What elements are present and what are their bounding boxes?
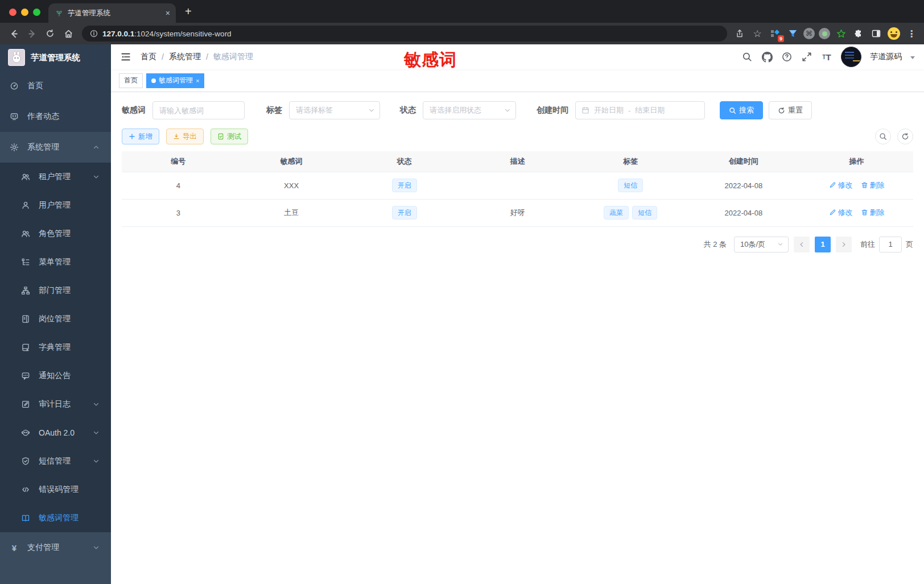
home-icon[interactable] bbox=[60, 26, 76, 42]
sidebar-item-5[interactable]: 角色管理 bbox=[0, 219, 111, 248]
user-menu-caret-icon[interactable] bbox=[910, 56, 915, 59]
username[interactable]: 芋道源码 bbox=[870, 52, 902, 62]
new-tab-button[interactable]: + bbox=[176, 5, 192, 23]
sidebar-item-2[interactable]: 系统管理 bbox=[0, 132, 111, 163]
delete-link[interactable]: 删除 bbox=[861, 180, 885, 190]
chevron-down-icon bbox=[368, 107, 375, 114]
bookmark-star-icon[interactable]: ☆ bbox=[750, 27, 764, 40]
status-select[interactable]: 请选择启用状态 bbox=[423, 101, 516, 119]
search-icon bbox=[729, 107, 736, 114]
browser-toolbar: 127.0.0.1:1024/system/sensitive-word ☆ 9… bbox=[0, 23, 924, 44]
breadcrumb-system[interactable]: 系统管理 bbox=[169, 52, 201, 62]
user-avatar[interactable] bbox=[841, 47, 861, 67]
breadcrumb: 首页 / 系统管理 / 敏感词管理 bbox=[141, 52, 253, 62]
extension-grid-icon[interactable]: 9 bbox=[768, 27, 782, 40]
side-panel-icon[interactable] bbox=[869, 27, 883, 40]
sidebar-item-6[interactable]: 菜单管理 bbox=[0, 248, 111, 276]
edit-link[interactable]: 修改 bbox=[829, 180, 853, 190]
refresh-icon bbox=[778, 107, 785, 114]
sidebar-item-14[interactable]: 错误码管理 bbox=[0, 475, 111, 504]
next-page-icon[interactable] bbox=[836, 237, 852, 252]
funnel-extension-icon[interactable] bbox=[786, 27, 799, 40]
prev-page-icon[interactable] bbox=[794, 237, 810, 252]
status-badge: 开启 bbox=[392, 206, 417, 219]
sidebar-item-3[interactable]: 租户管理 bbox=[0, 163, 111, 191]
hamburger-icon[interactable] bbox=[116, 47, 136, 67]
extensions-puzzle-icon[interactable] bbox=[852, 27, 865, 40]
sidebar-menu: 首页作者动态系统管理租户管理用户管理角色管理菜单管理部门管理岗位管理字典管理通知… bbox=[0, 71, 111, 584]
sensitive-word-table: 编号敏感词状态描述标签创建时间操作 4XXX开启短信2022-04-08修改删除… bbox=[122, 151, 913, 227]
green-star-extension-icon[interactable] bbox=[834, 27, 848, 40]
search-button[interactable]: 搜索 bbox=[720, 101, 763, 119]
page-number-1[interactable]: 1 bbox=[815, 237, 831, 252]
test-button[interactable]: 测试 bbox=[211, 129, 248, 144]
sidebar-item-16[interactable]: ¥支付管理 bbox=[0, 532, 111, 563]
share-icon[interactable] bbox=[733, 27, 746, 40]
window-zoom-button[interactable] bbox=[33, 9, 40, 16]
tag-view-sensitive-word[interactable]: 敏感词管理 × bbox=[146, 73, 204, 88]
refresh-table-icon[interactable] bbox=[897, 129, 913, 144]
sidebar-item-7[interactable]: 部门管理 bbox=[0, 276, 111, 305]
delete-link[interactable]: 删除 bbox=[861, 208, 885, 218]
table-body: 4XXX开启短信2022-04-08修改删除3土豆开启好呀蔬菜短信2022-04… bbox=[122, 172, 913, 226]
fullscreen-icon[interactable] bbox=[801, 51, 812, 63]
address-bar[interactable]: 127.0.0.1:1024/system/sensitive-word bbox=[82, 26, 727, 42]
help-icon[interactable] bbox=[781, 51, 793, 63]
github-icon[interactable] bbox=[761, 51, 773, 63]
keyword-input[interactable] bbox=[159, 106, 238, 115]
sidebar-item-11[interactable]: 审计日志 bbox=[0, 390, 111, 419]
recorder-extension-icon[interactable] bbox=[819, 28, 830, 39]
shield-icon bbox=[21, 457, 30, 466]
add-button[interactable]: 新增 bbox=[122, 129, 159, 144]
edit-link[interactable]: 修改 bbox=[829, 208, 853, 218]
app-logo: 芋道管理系统 bbox=[0, 44, 111, 71]
plus-icon bbox=[129, 133, 135, 140]
trash-icon bbox=[861, 209, 868, 216]
keyword-label: 敏感词 bbox=[122, 105, 146, 115]
forward-icon[interactable] bbox=[24, 26, 40, 42]
sidebar-item-12[interactable]: OAuth 2.0 bbox=[0, 419, 111, 447]
sidebar-item-13[interactable]: 短信管理 bbox=[0, 447, 111, 475]
page-size-select[interactable]: 10条/页 bbox=[734, 237, 789, 252]
chevron-down-icon bbox=[93, 544, 100, 551]
sidebar-item-label: 短信管理 bbox=[39, 456, 93, 466]
window-minimize-button[interactable] bbox=[21, 9, 28, 16]
tag-close-icon[interactable]: × bbox=[196, 77, 199, 84]
toggle-search-icon[interactable] bbox=[875, 129, 891, 144]
sidebar-item-4[interactable]: 用户管理 bbox=[0, 191, 111, 219]
sidebar-item-0[interactable]: 首页 bbox=[0, 71, 111, 101]
browser-tab[interactable]: 芋道管理系统 × bbox=[48, 3, 176, 23]
sidebar-item-9[interactable]: 字典管理 bbox=[0, 333, 111, 362]
site-info-icon[interactable] bbox=[90, 30, 98, 38]
font-size-icon[interactable]: TT bbox=[821, 51, 832, 63]
browser-tabstrip: 芋道管理系统 × + bbox=[0, 0, 924, 23]
cell-tags: 蔬菜短信 bbox=[574, 199, 687, 226]
sidebar-item-active-15[interactable]: 敏感词管理 bbox=[0, 504, 111, 532]
export-button[interactable]: 导出 bbox=[166, 129, 204, 144]
back-icon[interactable] bbox=[6, 26, 22, 42]
profile-avatar-icon[interactable] bbox=[887, 27, 901, 40]
window-close-button[interactable] bbox=[9, 9, 16, 16]
openbook-icon bbox=[21, 513, 30, 523]
goto-label: 前往 bbox=[860, 239, 875, 250]
browser-menu-icon[interactable]: ⋮ bbox=[905, 27, 918, 40]
active-dot-icon bbox=[151, 78, 156, 83]
sidebar-item-label: 作者动态 bbox=[27, 111, 102, 122]
sidebar-item-10[interactable]: 通知公告 bbox=[0, 362, 111, 390]
date-range-picker[interactable]: 开始日期 - 结束日期 bbox=[575, 101, 705, 119]
sidebar-item-8[interactable]: 岗位管理 bbox=[0, 305, 111, 333]
goto-page-input[interactable] bbox=[879, 237, 902, 252]
tag-label: 标签 bbox=[266, 105, 282, 115]
tab-close-icon[interactable]: × bbox=[166, 9, 170, 18]
chat-icon bbox=[10, 112, 19, 121]
tag-select[interactable]: 请选择标签 bbox=[289, 101, 380, 119]
reset-button[interactable]: 重置 bbox=[769, 101, 812, 119]
breadcrumb-home[interactable]: 首页 bbox=[141, 52, 156, 62]
search-icon[interactable] bbox=[741, 51, 753, 63]
tag-view-home[interactable]: 首页 bbox=[119, 73, 143, 88]
reload-icon[interactable] bbox=[42, 26, 58, 42]
table-header-row: 编号敏感词状态描述标签创建时间操作 bbox=[122, 151, 913, 172]
sidebar-item-1[interactable]: 作者动态 bbox=[0, 101, 111, 132]
command-extension-icon[interactable]: ⌘ bbox=[803, 28, 815, 39]
window-controls[interactable] bbox=[0, 9, 48, 23]
